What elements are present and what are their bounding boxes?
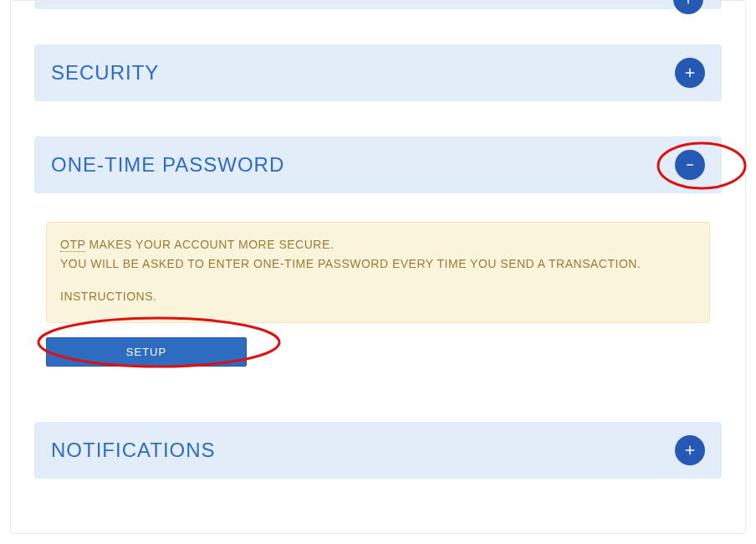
accordion-otp: ONE-TIME PASSWORD OTP MAKES YOUR ACCOUNT… — [34, 136, 722, 367]
accordion-header-otp[interactable]: ONE-TIME PASSWORD — [34, 136, 722, 193]
minus-icon — [682, 157, 697, 172]
otp-abbr[interactable]: OTP — [60, 238, 85, 252]
otp-info-line1: OTP MAKES YOUR ACCOUNT MORE SECURE. — [60, 236, 696, 254]
otp-info-line3: INSTRUCTIONS. — [60, 288, 696, 305]
setup-button[interactable]: SETUP — [46, 337, 247, 367]
expand-button-security[interactable] — [675, 58, 705, 88]
accordion-header-partial[interactable] — [34, 1, 722, 9]
accordion-security: SECURITY — [34, 44, 722, 101]
collapse-button-otp[interactable] — [675, 150, 705, 180]
expand-button-top[interactable] — [673, 0, 703, 14]
plus-icon — [682, 443, 697, 458]
settings-panel: SECURITY ONE-TIME PASSWORD OTP MAKES YOU… — [10, 0, 746, 534]
accordion-header-notifications[interactable]: NOTIFICATIONS — [34, 422, 722, 479]
accordion-title-otp: ONE-TIME PASSWORD — [51, 153, 284, 177]
instructions-link[interactable]: INSTRUCTIONS — [60, 290, 153, 303]
period: . — [153, 290, 156, 303]
plus-icon — [681, 0, 696, 7]
otp-info-box: OTP MAKES YOUR ACCOUNT MORE SECURE. YOU … — [46, 222, 710, 323]
expand-button-notifications[interactable] — [675, 435, 705, 465]
otp-info-line1-rest: MAKES YOUR ACCOUNT MORE SECURE. — [85, 238, 334, 251]
plus-icon — [682, 65, 697, 80]
accordion-title-security: SECURITY — [51, 61, 159, 85]
accordion-body-otp: OTP MAKES YOUR ACCOUNT MORE SECURE. YOU … — [34, 193, 722, 367]
otp-info-line2: YOU WILL BE ASKED TO ENTER ONE-TIME PASS… — [60, 255, 696, 273]
accordion-notifications: NOTIFICATIONS — [34, 422, 722, 479]
accordion-header-security[interactable]: SECURITY — [34, 44, 722, 101]
accordion-title-notifications: NOTIFICATIONS — [51, 439, 216, 462]
